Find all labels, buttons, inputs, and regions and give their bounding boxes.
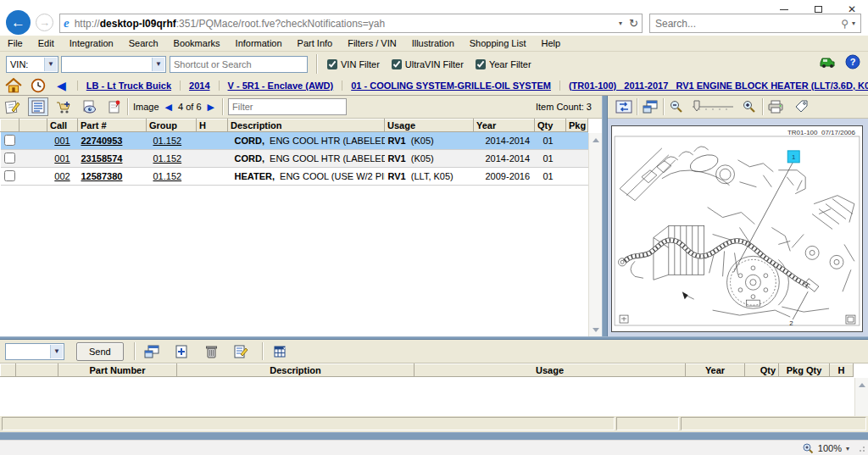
vin-filter-checkbox[interactable]: VIN Filter — [327, 59, 380, 69]
browser-forward-button[interactable]: → — [36, 14, 53, 31]
year-filter-checkbox[interactable]: Year Filter — [476, 59, 531, 69]
col-year[interactable]: Year — [474, 119, 535, 132]
menu-illustration[interactable]: Illustration — [404, 36, 462, 52]
edit-list-button[interactable] — [231, 342, 251, 361]
scroll-up-icon[interactable] — [855, 378, 868, 391]
col-year[interactable]: Year — [686, 364, 745, 377]
parts-scrollbar[interactable] — [588, 133, 602, 336]
menu-edit[interactable]: Edit — [31, 36, 62, 52]
export-grid-button[interactable] — [270, 342, 290, 361]
tag-button[interactable] — [791, 97, 811, 116]
menu-filters-vin[interactable]: Filters / VIN — [340, 36, 403, 52]
list-view-button[interactable] — [28, 97, 48, 116]
call-link[interactable]: 002 — [47, 168, 78, 186]
image-prev-icon[interactable]: ◀ — [163, 102, 175, 113]
call-link[interactable]: 001 — [47, 132, 78, 150]
menu-bookmarks[interactable]: Bookmarks — [166, 36, 228, 52]
zoom-slider-handle[interactable] — [694, 101, 699, 111]
ultravin-filter-input[interactable] — [392, 59, 402, 69]
row-checkbox[interactable] — [4, 135, 15, 146]
breadcrumb-catalog[interactable]: LB - Lt Truck Buick — [77, 80, 180, 91]
print-button[interactable] — [765, 97, 786, 116]
shopping-list-scrollbar[interactable] — [854, 378, 868, 416]
menu-search[interactable]: Search — [121, 36, 166, 52]
zoom-slider[interactable] — [691, 99, 735, 114]
vin-mode-select[interactable]: VIN: ▼ — [6, 56, 58, 73]
col-description[interactable]: Description — [177, 364, 415, 377]
search-icon[interactable]: ⚲ — [841, 18, 849, 30]
call-link[interactable]: 001 — [47, 150, 78, 168]
image-next-icon[interactable]: ▶ — [205, 102, 217, 113]
col-qty[interactable]: Qty — [535, 119, 566, 132]
scroll-down-icon[interactable] — [589, 323, 603, 336]
home-icon[interactable] — [5, 78, 22, 93]
callout-2-label[interactable]: 2 — [789, 319, 793, 327]
zoom-out-button[interactable] — [666, 97, 687, 116]
menu-file[interactable]: File — [0, 36, 31, 52]
col-part-number[interactable]: Part Number — [58, 364, 177, 377]
preview-button[interactable] — [79, 97, 99, 116]
zoom-in-button[interactable] — [739, 97, 760, 116]
scroll-up-icon[interactable] — [589, 133, 603, 147]
history-icon[interactable] — [30, 78, 47, 93]
year-filter-input[interactable] — [476, 59, 486, 69]
part-number-link[interactable]: 12587380 — [78, 168, 147, 186]
vehicle-icon[interactable] — [819, 54, 836, 69]
add-to-cart-button[interactable] — [53, 97, 74, 116]
add-item-button[interactable] — [171, 342, 192, 361]
menu-help[interactable]: Help — [533, 36, 568, 52]
table-row[interactable]: 001 22740953 01.152 CORD, ENG COOL HTR (… — [1, 132, 588, 150]
col-usage[interactable]: Usage — [385, 119, 474, 132]
breadcrumb-figure[interactable]: (TR01-100) 2011-2017 RV1 ENGINE BLOCK HE… — [559, 80, 868, 91]
group-link[interactable]: 01.152 — [147, 168, 197, 186]
restore-pane-button[interactable] — [640, 97, 660, 116]
part-number-link[interactable]: 22740953 — [78, 132, 147, 150]
restore-list-button[interactable] — [142, 342, 162, 361]
help-icon[interactable]: ? — [844, 54, 861, 69]
engine-illustration[interactable]: TR01-100 07/17/2006 — [611, 125, 863, 332]
group-link[interactable]: 01.152 — [147, 150, 197, 168]
breadcrumb-section[interactable]: 01 - COOLING SYSTEM-GRILLE-OIL SYSTEM — [342, 80, 559, 91]
callout-1-label[interactable]: 1 — [792, 153, 796, 161]
address-dropdown-icon[interactable]: ▾ — [619, 19, 622, 27]
search-dropdown-icon[interactable]: ▾ — [852, 19, 855, 27]
col-h[interactable]: H — [197, 119, 228, 132]
breadcrumb-back-icon[interactable]: ◀ — [54, 79, 69, 92]
menu-part-info[interactable]: Part Info — [290, 36, 341, 52]
url-text[interactable]: http://desktop-l09qrhf:351/PQMace/root.f… — [75, 18, 619, 30]
col-part[interactable]: Part # — [78, 119, 147, 132]
resize-grip[interactable] — [859, 446, 865, 452]
col-call[interactable]: Call — [47, 119, 78, 132]
refresh-icon[interactable]: ↻ — [629, 17, 638, 30]
group-link[interactable]: 01.152 — [147, 132, 197, 150]
notes-button[interactable] — [3, 97, 23, 116]
clipboard-button[interactable] — [104, 97, 125, 116]
col-pkg[interactable]: Pkg — [566, 119, 588, 132]
row-checkbox[interactable] — [4, 153, 15, 164]
parts-filter-input[interactable] — [228, 98, 347, 115]
col-pkg-qty[interactable]: Pkg Qty — [779, 364, 830, 377]
row-checkbox[interactable] — [4, 170, 15, 181]
destination-select[interactable]: ▼ — [5, 343, 64, 360]
address-bar[interactable]: e http://desktop-l09qrhf:351/PQMace/root… — [59, 14, 643, 33]
col-qty[interactable]: Qty — [745, 364, 779, 377]
send-button[interactable]: Send — [76, 342, 124, 361]
ultravin-filter-checkbox[interactable]: UltraVIN Filter — [392, 59, 464, 69]
col-usage[interactable]: Usage — [415, 364, 686, 377]
col-description[interactable]: Description — [228, 119, 385, 132]
menu-information[interactable]: Information — [228, 36, 290, 52]
table-row[interactable]: 001 23158574 01.152 CORD, ENG COOL HTR (… — [1, 150, 588, 168]
browser-search-box[interactable]: ⚲ ▾ — [649, 14, 861, 33]
vertical-splitter[interactable] — [602, 96, 608, 336]
menu-shopping-list[interactable]: Shopping List — [462, 36, 534, 52]
col-group[interactable]: Group — [147, 119, 197, 132]
menu-integration[interactable]: Integration — [62, 36, 121, 52]
zoom-dropdown-icon[interactable]: ▾ — [846, 445, 849, 452]
browser-back-button[interactable]: ← — [6, 10, 31, 35]
search-input[interactable] — [655, 18, 841, 30]
breadcrumb-model[interactable]: V - 5R1 - Enclave (AWD) — [219, 80, 342, 91]
shortcut-search-input[interactable] — [170, 56, 308, 73]
fit-width-button[interactable] — [614, 97, 634, 116]
col-h[interactable]: H — [830, 364, 854, 377]
vin-filter-input[interactable] — [327, 59, 337, 69]
